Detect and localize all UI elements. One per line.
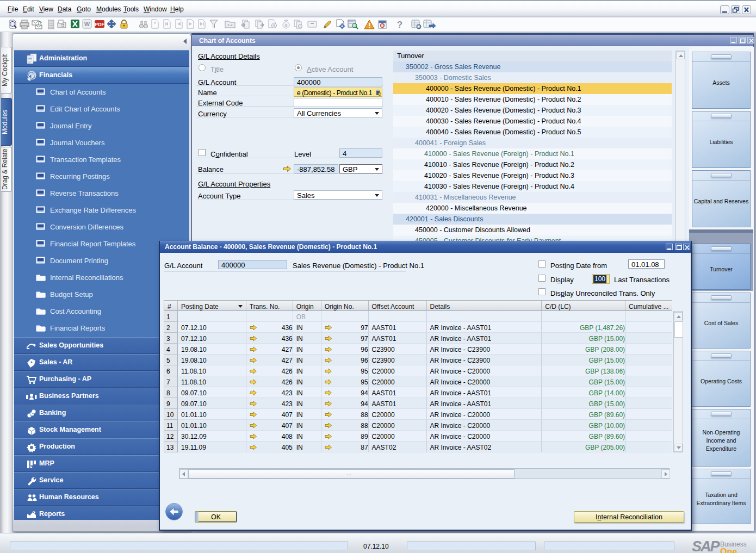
svg-text:?: ? [397, 20, 402, 30]
svg-text:$: $ [285, 23, 288, 28]
svg-text:$: $ [273, 23, 276, 28]
svg-text:W: W [84, 21, 90, 27]
svg-text:*: * [154, 21, 156, 27]
svg-text:PDF: PDF [95, 22, 105, 27]
svg-text:x-z: x-z [227, 23, 233, 27]
